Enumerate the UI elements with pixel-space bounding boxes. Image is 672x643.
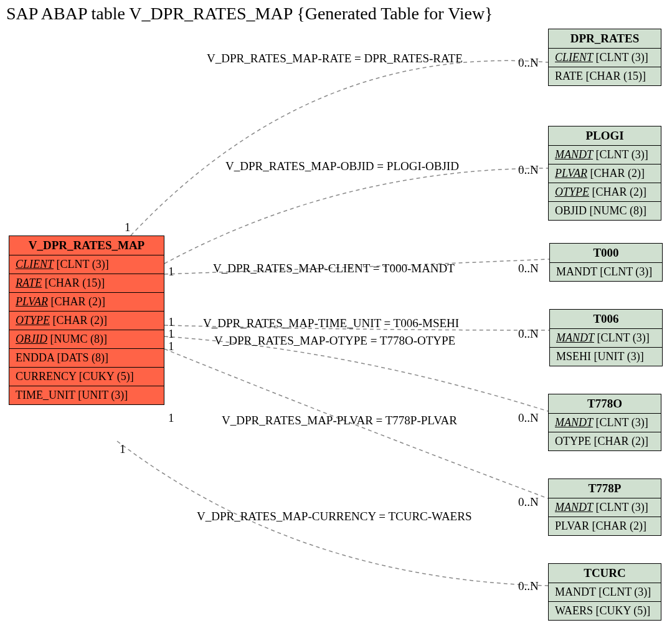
table-row: MANDT [CLNT (3)] [549, 498, 661, 517]
main-table-header: V_DPR_RATES_MAP [9, 236, 164, 255]
relation-label-otype: V_DPR_RATES_MAP-OTYPE = T778O-OTYPE [214, 334, 455, 348]
page-title: SAP ABAP table V_DPR_RATES_MAP {Generate… [6, 4, 493, 24]
table-row: CLIENT [CLNT (3)] [9, 255, 164, 274]
relation-label-client: V_DPR_RATES_MAP-CLIENT = T000-MANDT [213, 262, 455, 275]
ref-table: T778OMANDT [CLNT (3)]OTYPE [CHAR (2)] [548, 394, 661, 451]
ref-table-header: PLOGI [549, 126, 661, 146]
ref-table: DPR_RATESCLIENT [CLNT (3)]RATE [CHAR (15… [548, 29, 661, 86]
table-row: OTYPE [CHAR (2)] [549, 183, 661, 202]
table-row: PLVAR [CHAR (2)] [9, 293, 164, 312]
table-row: MANDT [CLNT (3)] [549, 146, 661, 164]
table-row: OBJID [NUMC (8)] [549, 202, 661, 220]
relation-label-rate: V_DPR_RATES_MAP-RATE = DPR_RATES-RATE [207, 52, 463, 65]
ref-table: T006MANDT [CLNT (3)]MSEHI [UNIT (3)] [549, 309, 663, 366]
ref-table-header: T778P [549, 479, 661, 498]
ref-table: PLOGIMANDT [CLNT (3)]PLVAR [CHAR (2)]OTY… [548, 126, 661, 221]
card-left-plvar: 1 [168, 411, 174, 425]
relation-label-plvar: V_DPR_RATES_MAP-PLVAR = T778P-PLVAR [222, 414, 457, 427]
table-row: PLVAR [CHAR (2)] [549, 517, 661, 535]
table-row: ENDDA [DATS (8)] [9, 349, 164, 368]
table-row: TIME_UNIT [UNIT (3)] [9, 386, 164, 404]
table-row: CURRENCY [CUKY (5)] [9, 368, 164, 386]
table-row: OTYPE [CHAR (2)] [9, 312, 164, 330]
main-table: V_DPR_RATES_MAP CLIENT [CLNT (3)]RATE [C… [9, 236, 164, 405]
ref-table-header: TCURC [549, 564, 661, 583]
card-left-timeunit: 1 [168, 327, 174, 341]
ref-table-header: DPR_RATES [549, 29, 661, 49]
card-right-plvar: 0..N [518, 495, 539, 509]
ref-table-header: T778O [549, 394, 661, 414]
ref-table: T000MANDT [CLNT (3)] [549, 243, 663, 282]
table-row: OBJID [NUMC (8)] [9, 330, 164, 349]
table-row: OTYPE [CHAR (2)] [549, 432, 661, 450]
table-row: CLIENT [CLNT (3)] [549, 49, 661, 67]
card-right-currency: 0..N [518, 579, 539, 593]
table-row: MANDT [CLNT (3)] [549, 414, 661, 432]
ref-table-header: T000 [550, 244, 662, 263]
card-right-rate: 0..N [518, 56, 539, 70]
ref-table: T778PMANDT [CLNT (3)]PLVAR [CHAR (2)] [548, 479, 661, 536]
card-right-timeunit: 0..N [518, 327, 539, 341]
ref-table-header: T006 [550, 310, 662, 329]
card-left-otype: 1 [168, 340, 174, 353]
card-right-otype: 0..N [518, 411, 539, 425]
relation-label-objid: V_DPR_RATES_MAP-OBJID = PLOGI-OBJID [225, 160, 459, 173]
table-row: RATE [CHAR (15)] [9, 274, 164, 293]
relation-label-timeunit: V_DPR_RATES_MAP-TIME_UNIT = T006-MSEHI [203, 317, 459, 330]
card-left-currency: 1 [120, 442, 126, 456]
table-row: MANDT [CLNT (3)] [549, 583, 661, 602]
card-left-rate: 1 [125, 221, 131, 234]
card-right-objid: 0..N [518, 163, 539, 177]
table-row: PLVAR [CHAR (2)] [549, 164, 661, 183]
table-row: MANDT [CLNT (3)] [550, 329, 662, 348]
table-row: WAERS [CUKY (5)] [549, 602, 661, 620]
card-left-objid: 1 [168, 265, 174, 279]
table-row: RATE [CHAR (15)] [549, 67, 661, 85]
table-row: MANDT [CLNT (3)] [550, 263, 662, 281]
table-row: MSEHI [UNIT (3)] [550, 348, 662, 366]
relation-label-currency: V_DPR_RATES_MAP-CURRENCY = TCURC-WAERS [197, 510, 471, 523]
card-right-client: 0..N [518, 262, 539, 275]
ref-table: TCURCMANDT [CLNT (3)]WAERS [CUKY (5)] [548, 563, 661, 621]
